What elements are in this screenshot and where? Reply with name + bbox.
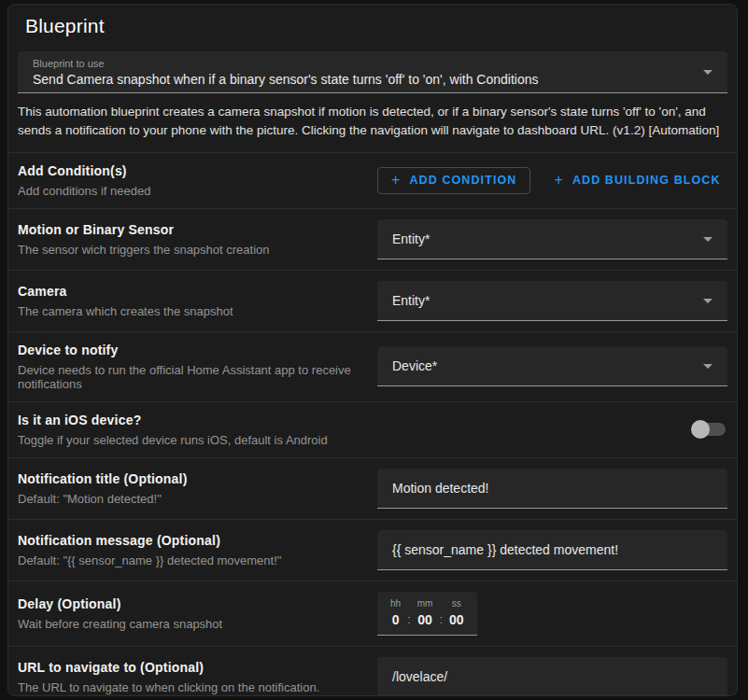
row-url: URL to navigate to (Optional) The URL to… <box>8 646 737 697</box>
blueprint-select[interactable]: Blueprint to use Send Camera snapshot wh… <box>18 51 727 93</box>
chevron-down-icon <box>703 237 713 242</box>
minutes-label: mm <box>417 598 433 609</box>
row-title: Notification title (Optional) <box>18 471 366 486</box>
row-title: URL to navigate to (Optional) <box>18 660 366 675</box>
seconds-label: ss <box>452 598 461 609</box>
ios-device-toggle[interactable] <box>691 420 726 439</box>
url-input[interactable] <box>377 657 727 697</box>
row-desc: Default: "{{ sensor_name }} detected mov… <box>18 553 366 567</box>
add-condition-button[interactable]: + ADD CONDITION <box>377 167 530 194</box>
camera-entity-select[interactable]: Entity* <box>377 281 727 321</box>
row-delay: Delay (Optional) Wait before creating ca… <box>8 581 737 646</box>
time-separator: : <box>432 612 449 627</box>
chevron-down-icon <box>703 299 713 303</box>
blueprint-select-value: Send Camera snapshot when if a binary se… <box>33 72 690 87</box>
row-desc: The sensor wich triggers the snapshot cr… <box>18 243 366 257</box>
row-title: Motion or Binary Sensor <box>18 222 366 237</box>
row-conditions: Add Condition(s) Add conditions if neede… <box>8 152 737 208</box>
row-desc: The camera which creates the snapshot <box>18 304 366 318</box>
motion-sensor-entity-select[interactable]: Entity* <box>377 219 727 259</box>
notification-message-input[interactable] <box>377 530 727 570</box>
toggle-thumb <box>691 420 710 439</box>
row-desc: Default: "Motion detected!" <box>18 492 366 506</box>
plus-icon: + <box>554 173 563 188</box>
row-title: Is it an iOS device? <box>18 413 366 427</box>
add-building-block-label: ADD BUILDING BLOCK <box>572 174 721 187</box>
row-desc: The URL to navigate to when clicking on … <box>18 680 366 694</box>
chevron-down-icon <box>703 70 713 75</box>
page-title: Blueprint <box>25 15 727 37</box>
row-notification-message: Notification message (Optional) Default:… <box>8 519 737 581</box>
row-desc: Wait before creating camera snapshot <box>18 617 366 631</box>
row-title: Notification message (Optional) <box>18 533 366 548</box>
seconds-value[interactable]: 00 <box>449 612 464 627</box>
chevron-down-icon <box>703 364 713 369</box>
row-motion-sensor: Motion or Binary Sensor The sensor wich … <box>8 208 737 270</box>
time-separator: : <box>401 612 417 627</box>
row-title: Delay (Optional) <box>18 596 366 611</box>
add-condition-label: ADD CONDITION <box>409 174 516 187</box>
row-title: Device to notify <box>18 343 366 357</box>
row-title: Camera <box>18 284 366 299</box>
hours-label: hh <box>390 598 401 609</box>
row-desc: Device needs to run the official Home As… <box>18 363 366 391</box>
row-camera: Camera The camera which creates the snap… <box>8 270 737 331</box>
notification-title-input[interactable] <box>377 469 727 509</box>
hours-value[interactable]: 0 <box>392 612 400 627</box>
add-building-block-button[interactable]: + ADD BUILDING BLOCK <box>541 167 733 194</box>
delay-duration-input[interactable]: hh 0 : mm 00 : ss 00 <box>377 592 477 636</box>
row-notification-title: Notification title (Optional) Default: "… <box>8 457 737 519</box>
blueprint-description: This automation blueprint creates a came… <box>18 103 726 141</box>
row-title: Add Condition(s) <box>18 163 366 178</box>
blueprint-config-card: Blueprint Blueprint to use Send Camera s… <box>7 4 738 696</box>
header: Blueprint Blueprint to use Send Camera s… <box>8 5 737 141</box>
row-device: Device to notify Device needs to run the… <box>8 331 737 401</box>
row-desc: Toggle if your selected device runs iOS,… <box>18 433 366 447</box>
device-select[interactable]: Device* <box>377 346 727 386</box>
row-ios-device: Is it an iOS device? Toggle if your sele… <box>8 401 737 457</box>
plus-icon: + <box>391 173 401 188</box>
minutes-value[interactable]: 00 <box>417 612 432 627</box>
row-desc: Add conditions if needed <box>18 184 366 198</box>
blueprint-select-label: Blueprint to use <box>33 58 690 69</box>
